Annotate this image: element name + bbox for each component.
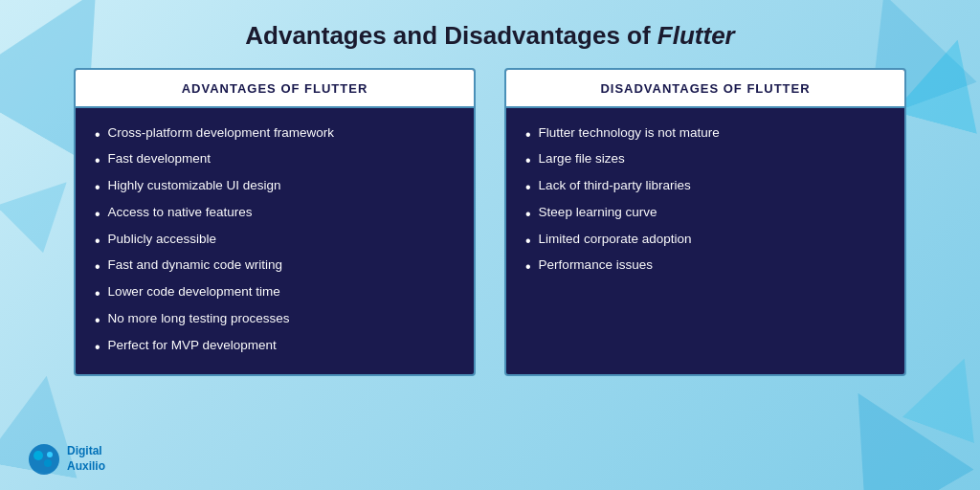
bullet-icon: • (95, 311, 100, 331)
svg-point-3 (47, 452, 53, 457)
logo-text: Digital Auxilio (67, 444, 105, 474)
list-item: •Access to native features (95, 201, 455, 228)
advantages-card: ADVANTAGES OF FLUTTER •Cross-platform de… (74, 68, 476, 376)
bullet-icon: • (95, 338, 100, 358)
bullet-icon: • (95, 151, 100, 171)
logo-icon (27, 442, 61, 477)
list-item: •Highly customizable UI design (95, 175, 455, 202)
bullet-icon: • (95, 125, 100, 145)
list-item: •Fast and dynamic code writing (95, 255, 455, 281)
bullet-icon: • (525, 205, 531, 225)
list-item: •Performance issues (525, 255, 885, 281)
logo-area: Digital Auxilio (27, 442, 105, 477)
disadvantages-list: •Flutter technology is not mature•Large … (525, 122, 885, 281)
page-content: Advantages and Disadvantages of Flutter … (0, 0, 980, 490)
bullet-icon: • (95, 178, 100, 198)
list-item: •No more long testing processes (95, 308, 455, 335)
disadvantages-header-text: DISADVANTAGES OF FLUTTER (600, 81, 810, 96)
advantages-header-text: ADVANTAGES OF FLUTTER (182, 81, 368, 96)
advantages-card-body: •Cross-platform development framework•Fa… (76, 108, 474, 374)
title-prefix: Advantages and Disadvantages of (245, 21, 657, 50)
bullet-icon: • (525, 125, 531, 145)
list-item: •Cross-platform development framework (95, 122, 455, 148)
svg-point-2 (44, 459, 52, 467)
bullet-icon: • (95, 284, 100, 304)
bullet-icon: • (525, 257, 531, 278)
disadvantages-card-body: •Flutter technology is not mature•Large … (506, 108, 904, 295)
disadvantages-card-header: DISADVANTAGES OF FLUTTER (506, 70, 904, 108)
bullet-icon: • (95, 232, 100, 252)
bullet-icon: • (525, 151, 531, 171)
bullet-icon: • (95, 205, 100, 225)
svg-point-0 (29, 444, 59, 475)
cards-row: ADVANTAGES OF FLUTTER •Cross-platform de… (38, 68, 942, 376)
svg-point-1 (33, 451, 43, 460)
list-item: •Steep learning curve (525, 201, 885, 228)
list-item: •Lower code development time (95, 281, 455, 308)
list-item: •Limited corporate adoption (525, 228, 885, 255)
list-item: •Fast development (95, 148, 455, 175)
list-item: •Flutter technology is not mature (525, 122, 885, 148)
list-item: •Lack of third-party libraries (525, 175, 885, 202)
advantages-card-header: ADVANTAGES OF FLUTTER (76, 70, 474, 108)
advantages-list: •Cross-platform development framework•Fa… (95, 122, 455, 361)
title-brand: Flutter (657, 21, 735, 50)
bullet-icon: • (525, 232, 531, 252)
bullet-icon: • (95, 257, 100, 278)
logo-line2: Auxilio (67, 459, 105, 475)
logo-line1: Digital (67, 444, 105, 459)
page-title: Advantages and Disadvantages of Flutter (245, 21, 734, 51)
disadvantages-card: DISADVANTAGES OF FLUTTER •Flutter techno… (504, 68, 906, 376)
list-item: •Publicly accessible (95, 228, 455, 255)
list-item: •Perfect for MVP development (95, 334, 455, 361)
list-item: •Large file sizes (525, 148, 885, 175)
bullet-icon: • (525, 178, 531, 198)
